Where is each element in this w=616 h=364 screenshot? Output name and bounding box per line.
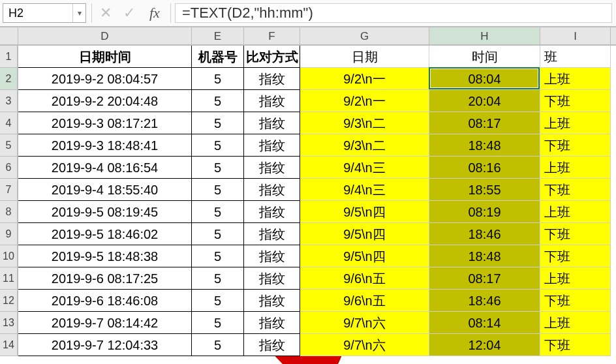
header-cell-H[interactable]: 时间 [429,46,540,68]
cell-F[interactable]: 指纹 [244,334,300,356]
cell-I[interactable]: 下班 [540,245,611,267]
cell-D[interactable]: 2019-9-6 18:46:08 [18,290,192,312]
row-header[interactable]: 14 [0,334,18,356]
cell-D[interactable]: 2019-9-5 18:46:02 [18,223,192,245]
cell-I[interactable]: 下班 [540,90,611,112]
col-header-H[interactable]: H [429,27,540,44]
cell-G[interactable]: 9/2\n一 [300,90,429,112]
formula-input[interactable]: =TEXT(D2,"hh:mm") [175,3,612,23]
header-cell-E[interactable]: 机器号 [192,46,244,68]
cell-F[interactable]: 指纹 [244,179,300,201]
cell-E[interactable]: 5 [192,245,244,267]
header-cell-I[interactable]: 班 [540,46,611,68]
cell-I[interactable]: 上班 [540,201,611,223]
cell-F[interactable]: 指纹 [244,90,300,112]
cell-G[interactable]: 9/5\n四 [300,223,429,245]
col-header-E[interactable]: E [192,27,244,44]
cell-D[interactable]: 2019-9-7 12:04:33 [18,334,192,356]
fx-icon[interactable]: fx [147,5,162,22]
cell-H[interactable]: 12:04 [429,334,540,356]
row-header[interactable]: 7 [0,179,18,201]
header-cell-F[interactable]: 比对方式 [244,46,300,68]
cell-H[interactable]: 08:16 [429,157,540,179]
cell-G[interactable]: 9/4\n三 [300,157,429,179]
cell-E[interactable]: 5 [192,90,244,112]
cell-F[interactable]: 指纹 [244,68,300,90]
header-cell-G[interactable]: 日期 [300,46,429,68]
cell-H[interactable]: 18:46 [429,223,540,245]
cell-I[interactable]: 下班 [540,334,611,356]
row-header[interactable]: 13 [0,312,18,334]
row-header[interactable]: 5 [0,134,18,157]
header-cell-D[interactable]: 日期时间 [18,46,192,68]
row-header[interactable]: 3 [0,90,18,112]
cell-I[interactable]: 上班 [540,267,611,290]
col-header-I[interactable]: I [540,27,611,44]
cell-F[interactable]: 指纹 [244,245,300,267]
cell-E[interactable]: 5 [192,157,244,179]
cell-D[interactable]: 2019-9-3 08:17:21 [18,112,192,134]
cell-E[interactable]: 5 [192,134,244,157]
cell-D[interactable]: 2019-9-4 18:55:40 [18,179,192,201]
col-header-G[interactable]: G [300,27,429,44]
cell-G[interactable]: 9/3\n二 [300,134,429,157]
cell-G[interactable]: 9/4\n三 [300,179,429,201]
cell-E[interactable]: 5 [192,334,244,356]
cell-G[interactable]: 9/5\n四 [300,245,429,267]
cell-G[interactable]: 9/5\n四 [300,201,429,223]
cell-D[interactable]: 2019-9-7 08:14:42 [18,312,192,334]
cell-H[interactable]: 18:48 [429,134,540,157]
cell-H[interactable]: 18:46 [429,290,540,312]
col-header-F[interactable]: F [244,27,300,44]
cell-D[interactable]: 2019-9-5 08:19:45 [18,201,192,223]
cell-F[interactable]: 指纹 [244,134,300,157]
cell-F[interactable]: 指纹 [244,290,300,312]
row-header[interactable]: 6 [0,157,18,179]
dropdown-icon[interactable]: ▾ [72,4,85,22]
cell-E[interactable]: 5 [192,179,244,201]
cell-G[interactable]: 9/6\n五 [300,290,429,312]
cell-H[interactable]: 08:17 [429,267,540,290]
cell-G[interactable]: 9/7\n六 [300,312,429,334]
cell-I[interactable]: 上班 [540,312,611,334]
cell-D[interactable]: 2019-9-6 08:17:25 [18,267,192,290]
cell-H[interactable]: 18:48 [429,245,540,267]
cell-H[interactable]: 08:14 [429,312,540,334]
cell-D[interactable]: 2019-9-3 18:48:41 [18,134,192,157]
cell-F[interactable]: 指纹 [244,312,300,334]
cell-E[interactable]: 5 [192,112,244,134]
row-header[interactable]: 8 [0,201,18,223]
cell-I[interactable]: 上班 [540,112,611,134]
cell-I[interactable]: 下班 [540,223,611,245]
cell-H[interactable]: 08:19 [429,201,540,223]
name-box[interactable]: H2 ▾ [3,3,86,23]
cell-E[interactable]: 5 [192,201,244,223]
cell-E[interactable]: 5 [192,267,244,290]
row-header[interactable]: 10 [0,245,18,267]
cell-F[interactable]: 指纹 [244,112,300,134]
cell-I[interactable]: 下班 [540,179,611,201]
cell-H[interactable]: 20:04 [429,90,540,112]
cell-D[interactable]: 2019-9-2 08:04:57 [18,68,192,90]
cell-F[interactable]: 指纹 [244,201,300,223]
cell-H[interactable]: 08:04 [429,68,540,90]
cell-D[interactable]: 2019-9-4 08:16:54 [18,157,192,179]
row-header[interactable]: 12 [0,290,18,312]
cell-E[interactable]: 5 [192,312,244,334]
cell-I[interactable]: 上班 [540,68,611,90]
cell-I[interactable]: 下班 [540,290,611,312]
cell-E[interactable]: 5 [192,290,244,312]
cell-D[interactable]: 2019-9-2 20:04:48 [18,90,192,112]
row-header[interactable]: 2 [0,68,18,90]
cell-F[interactable]: 指纹 [244,223,300,245]
cell-G[interactable]: 9/2\n一 [300,68,429,90]
cell-G[interactable]: 9/6\n五 [300,267,429,290]
row-header-1[interactable]: 1 [0,46,18,68]
cell-F[interactable]: 指纹 [244,157,300,179]
row-header[interactable]: 11 [0,267,18,290]
cell-E[interactable]: 5 [192,68,244,90]
row-header[interactable]: 4 [0,112,18,134]
cell-H[interactable]: 08:17 [429,112,540,134]
cell-H[interactable]: 18:55 [429,179,540,201]
select-all-corner[interactable] [0,27,18,46]
